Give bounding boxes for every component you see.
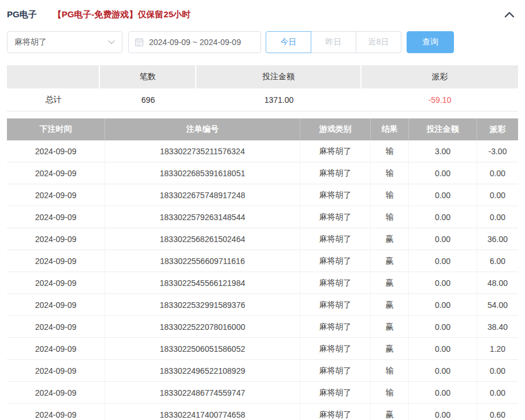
cell-result: 输	[371, 184, 409, 206]
cell-order-id: 1833022685391618051	[105, 162, 300, 184]
cell-game-type: 麻将胡了	[300, 206, 371, 228]
cell-result: 赢	[371, 250, 409, 272]
cell-bet-amount: 0.00	[409, 228, 477, 250]
cell-order-id: 1833022675748917248	[105, 184, 300, 206]
cell-order-id: 1833022735211576324	[105, 140, 300, 162]
records-header-game: 游戏类别	[300, 118, 371, 140]
summary-header-blank	[7, 65, 100, 88]
cell-result: 输	[371, 360, 409, 381]
cell-game-type: 麻将胡了	[300, 382, 371, 403]
cell-order-id: 1833022532991589376	[105, 294, 300, 315]
cell-result: 赢	[371, 294, 409, 315]
summary-header-bet-amount: 投注金额	[196, 65, 362, 88]
records-header-result: 结果	[371, 118, 409, 140]
summary-table: 笔数 投注金额 派彩 总计 696 1371.00 -59.10	[7, 65, 518, 111]
free-game-notice: 【PG电子-免费游戏】仅保留25小时	[53, 9, 191, 20]
cell-bet-time: 2024-09-09	[7, 140, 105, 162]
cell-order-id: 1833022496522108929	[105, 360, 300, 381]
cell-order-id: 1833022568261502464	[105, 228, 300, 250]
records-table: 下注时间 注单编号 游戏类别 结果 投注金额 派彩 2024-09-09 183…	[7, 118, 518, 420]
summary-header-row: 笔数 投注金额 派彩	[7, 65, 518, 88]
cell-result: 输	[371, 206, 409, 228]
summary-total-payout: -59.10	[362, 88, 518, 111]
table-row: 2024-09-09 1833022417400774658 麻将胡了 赢 0.…	[7, 404, 518, 420]
cell-result: 赢	[371, 338, 409, 359]
cell-order-id: 1833022417400774658	[105, 404, 300, 420]
cell-result: 赢	[371, 272, 409, 293]
cell-payout: -3.00	[477, 140, 518, 162]
quick-filter-today[interactable]: 今日	[266, 31, 311, 53]
summary-header-count: 笔数	[100, 65, 196, 88]
cell-bet-amount: 0.00	[409, 294, 477, 315]
table-row: 2024-09-09 1833022486774559747 麻将胡了 输 0.…	[7, 382, 518, 404]
cell-bet-amount: 0.00	[409, 338, 477, 359]
chevron-up-icon	[504, 11, 515, 18]
game-select[interactable]: 麻将胡了	[7, 31, 122, 53]
cell-bet-amount: 0.00	[409, 162, 477, 184]
summary-header-payout: 派彩	[362, 65, 518, 88]
game-select-value: 麻将胡了	[14, 37, 47, 47]
cell-game-type: 麻将胡了	[300, 316, 371, 337]
cell-game-type: 麻将胡了	[300, 404, 371, 420]
cell-order-id: 1833022486774559747	[105, 382, 300, 403]
cell-bet-time: 2024-09-09	[7, 338, 105, 359]
cell-bet-time: 2024-09-09	[7, 250, 105, 272]
quick-filter-last8days[interactable]: 近8日	[356, 31, 401, 53]
search-button[interactable]: 查询	[407, 31, 454, 53]
cell-game-type: 麻将胡了	[300, 140, 371, 162]
cell-bet-time: 2024-09-09	[7, 228, 105, 250]
table-row: 2024-09-09 1833022675748917248 麻将胡了 输 0.…	[7, 184, 518, 206]
table-row: 2024-09-09 1833022506051586052 麻将胡了 赢 0.…	[7, 338, 518, 360]
cell-game-type: 麻将胡了	[300, 228, 371, 250]
pg-records-panel: PG电子 【PG电子-免费游戏】仅保留25小时 麻将胡了	[0, 0, 525, 420]
cell-order-id: 1833022522078016000	[105, 316, 300, 337]
cell-bet-time: 2024-09-09	[7, 382, 105, 403]
cell-bet-amount: 0.00	[409, 184, 477, 206]
cell-result: 输	[371, 140, 409, 162]
cell-payout: 48.00	[477, 272, 518, 293]
cell-bet-amount: 0.00	[409, 206, 477, 228]
cell-bet-amount: 0.00	[409, 250, 477, 272]
date-range-value: 2024-09-09 ~ 2024-09-09	[149, 38, 241, 47]
cell-game-type: 麻将胡了	[300, 184, 371, 206]
cell-order-id: 1833022556609711616	[105, 250, 300, 272]
cell-bet-amount: 3.00	[409, 140, 477, 162]
cell-order-id: 1833022545566121984	[105, 272, 300, 293]
cell-bet-amount: 0.00	[409, 382, 477, 403]
cell-bet-time: 2024-09-09	[7, 360, 105, 381]
calendar-icon	[135, 38, 144, 47]
cell-game-type: 麻将胡了	[300, 294, 371, 315]
table-row: 2024-09-09 1833022545566121984 麻将胡了 赢 0.…	[7, 272, 518, 294]
cell-order-id: 1833022506051586052	[105, 338, 300, 359]
summary-total-row: 总计 696 1371.00 -59.10	[7, 88, 518, 111]
cell-bet-time: 2024-09-09	[7, 162, 105, 184]
cell-result: 赢	[371, 316, 409, 337]
cell-bet-time: 2024-09-09	[7, 404, 105, 420]
table-row: 2024-09-09 1833022568261502464 麻将胡了 赢 0.…	[7, 228, 518, 250]
panel-header: PG电子 【PG电子-免费游戏】仅保留25小时	[7, 0, 518, 27]
table-row: 2024-09-09 1833022735211576324 麻将胡了 输 3.…	[7, 140, 518, 162]
cell-game-type: 麻将胡了	[300, 272, 371, 293]
cell-payout: 0.00	[477, 206, 518, 228]
filter-bar: 麻将胡了 2024-09-09 ~ 2024-09-09	[7, 31, 518, 53]
records-header-time: 下注时间	[7, 118, 105, 140]
quick-filter-yesterday[interactable]: 昨日	[311, 31, 356, 53]
summary-total-count: 696	[100, 88, 196, 111]
cell-result: 输	[371, 162, 409, 184]
table-row: 2024-09-09 1833022685391618051 麻将胡了 输 0.…	[7, 162, 518, 184]
cell-bet-amount: 0.00	[409, 360, 477, 381]
cell-bet-amount: 0.00	[409, 316, 477, 337]
cell-payout: 0.00	[477, 360, 518, 381]
table-row: 2024-09-09 1833022532991589376 麻将胡了 赢 0.…	[7, 294, 518, 316]
cell-bet-amount: 0.00	[409, 272, 477, 293]
collapse-button[interactable]	[501, 6, 518, 23]
page-title: PG电子	[7, 9, 37, 20]
cell-bet-time: 2024-09-09	[7, 184, 105, 206]
cell-payout: 38.40	[477, 316, 518, 337]
cell-payout: 1.20	[477, 338, 518, 359]
date-range-input[interactable]: 2024-09-09 ~ 2024-09-09	[128, 31, 261, 53]
cell-payout: 0.00	[477, 382, 518, 403]
cell-payout: 6.00	[477, 250, 518, 272]
cell-game-type: 麻将胡了	[300, 250, 371, 272]
cell-payout: 54.00	[477, 294, 518, 315]
